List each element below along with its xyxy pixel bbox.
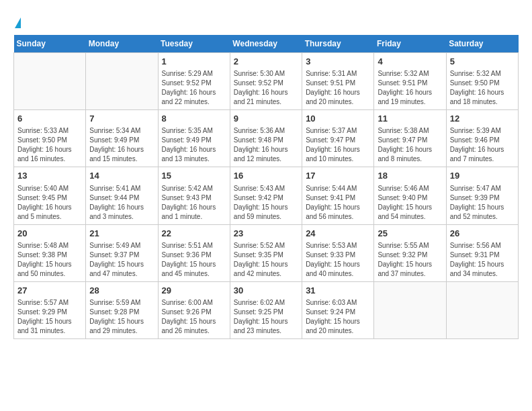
calendar-cell: 21Sunrise: 5:49 AM Sunset: 9:37 PM Dayli…	[86, 224, 158, 281]
calendar-cell	[446, 281, 518, 338]
day-number: 20	[17, 228, 82, 240]
calendar-cell	[374, 281, 446, 338]
calendar-cell: 23Sunrise: 5:52 AM Sunset: 9:35 PM Dayli…	[230, 224, 302, 281]
day-header-saturday: Saturday	[446, 35, 518, 53]
day-number: 26	[450, 228, 515, 240]
calendar-week-row: 27Sunrise: 5:57 AM Sunset: 9:29 PM Dayli…	[14, 281, 519, 338]
calendar-cell: 5Sunrise: 5:32 AM Sunset: 9:50 PM Daylig…	[446, 53, 518, 110]
day-info: Sunrise: 5:46 AM Sunset: 9:40 PM Dayligh…	[378, 184, 442, 222]
day-info: Sunrise: 5:59 AM Sunset: 9:28 PM Dayligh…	[89, 298, 154, 336]
day-info: Sunrise: 5:32 AM Sunset: 9:51 PM Dayligh…	[378, 69, 442, 107]
calendar-header-row: SundayMondayTuesdayWednesdayThursdayFrid…	[14, 35, 519, 53]
calendar-cell: 25Sunrise: 5:55 AM Sunset: 9:32 PM Dayli…	[374, 224, 446, 281]
calendar-cell: 7Sunrise: 5:34 AM Sunset: 9:49 PM Daylig…	[86, 110, 158, 167]
day-number: 17	[306, 170, 370, 182]
day-info: Sunrise: 5:53 AM Sunset: 9:33 PM Dayligh…	[306, 241, 370, 279]
day-info: Sunrise: 5:41 AM Sunset: 9:44 PM Dayligh…	[89, 184, 154, 222]
calendar-cell	[86, 53, 158, 110]
calendar-cell: 29Sunrise: 6:00 AM Sunset: 9:26 PM Dayli…	[158, 281, 230, 338]
day-info: Sunrise: 5:43 AM Sunset: 9:42 PM Dayligh…	[234, 184, 298, 222]
day-info: Sunrise: 5:52 AM Sunset: 9:35 PM Dayligh…	[234, 241, 298, 279]
day-number: 29	[162, 285, 226, 297]
day-number: 19	[450, 170, 515, 182]
day-header-friday: Friday	[374, 35, 446, 53]
day-info: Sunrise: 5:31 AM Sunset: 9:51 PM Dayligh…	[306, 69, 370, 107]
day-header-thursday: Thursday	[302, 35, 374, 53]
day-info: Sunrise: 5:56 AM Sunset: 9:31 PM Dayligh…	[450, 241, 515, 279]
day-number: 24	[306, 228, 370, 240]
day-number: 14	[89, 170, 154, 182]
logo	[13, 13, 21, 28]
day-number: 1	[162, 56, 226, 68]
day-info: Sunrise: 5:33 AM Sunset: 9:50 PM Dayligh…	[17, 126, 82, 164]
day-number: 12	[450, 113, 515, 125]
day-number: 13	[17, 170, 82, 182]
calendar-cell: 8Sunrise: 5:35 AM Sunset: 9:49 PM Daylig…	[158, 110, 230, 167]
day-info: Sunrise: 5:44 AM Sunset: 9:41 PM Dayligh…	[306, 184, 370, 222]
calendar-cell: 6Sunrise: 5:33 AM Sunset: 9:50 PM Daylig…	[14, 110, 86, 167]
day-info: Sunrise: 6:02 AM Sunset: 9:25 PM Dayligh…	[234, 298, 298, 336]
day-info: Sunrise: 5:35 AM Sunset: 9:49 PM Dayligh…	[162, 126, 226, 164]
day-info: Sunrise: 5:34 AM Sunset: 9:49 PM Dayligh…	[89, 126, 154, 164]
day-info: Sunrise: 5:40 AM Sunset: 9:45 PM Dayligh…	[17, 184, 82, 222]
calendar-cell: 19Sunrise: 5:47 AM Sunset: 9:39 PM Dayli…	[446, 167, 518, 224]
day-info: Sunrise: 5:42 AM Sunset: 9:43 PM Dayligh…	[162, 184, 226, 222]
day-info: Sunrise: 5:36 AM Sunset: 9:48 PM Dayligh…	[234, 126, 298, 164]
calendar-week-row: 13Sunrise: 5:40 AM Sunset: 9:45 PM Dayli…	[14, 167, 519, 224]
day-header-tuesday: Tuesday	[158, 35, 230, 53]
day-number: 15	[162, 170, 226, 182]
day-info: Sunrise: 5:57 AM Sunset: 9:29 PM Dayligh…	[17, 298, 82, 336]
calendar-week-row: 6Sunrise: 5:33 AM Sunset: 9:50 PM Daylig…	[14, 110, 519, 167]
day-number: 27	[17, 285, 82, 297]
day-header-sunday: Sunday	[14, 35, 86, 53]
day-info: Sunrise: 5:48 AM Sunset: 9:38 PM Dayligh…	[17, 241, 82, 279]
day-info: Sunrise: 6:00 AM Sunset: 9:26 PM Dayligh…	[162, 298, 226, 336]
day-number: 10	[306, 113, 370, 125]
calendar-cell: 11Sunrise: 5:38 AM Sunset: 9:47 PM Dayli…	[374, 110, 446, 167]
day-header-wednesday: Wednesday	[230, 35, 302, 53]
calendar-cell: 4Sunrise: 5:32 AM Sunset: 9:51 PM Daylig…	[374, 53, 446, 110]
day-number: 7	[89, 113, 154, 125]
day-number: 22	[162, 228, 226, 240]
calendar-cell: 10Sunrise: 5:37 AM Sunset: 9:47 PM Dayli…	[302, 110, 374, 167]
day-info: Sunrise: 5:51 AM Sunset: 9:36 PM Dayligh…	[162, 241, 226, 279]
day-number: 2	[234, 56, 298, 68]
day-number: 11	[378, 113, 442, 125]
day-header-monday: Monday	[86, 35, 158, 53]
day-number: 25	[378, 228, 442, 240]
day-info: Sunrise: 6:03 AM Sunset: 9:24 PM Dayligh…	[306, 298, 370, 336]
day-info: Sunrise: 5:32 AM Sunset: 9:50 PM Dayligh…	[450, 69, 515, 107]
calendar-cell: 2Sunrise: 5:30 AM Sunset: 9:52 PM Daylig…	[230, 53, 302, 110]
day-info: Sunrise: 5:37 AM Sunset: 9:47 PM Dayligh…	[306, 126, 370, 164]
calendar-cell: 16Sunrise: 5:43 AM Sunset: 9:42 PM Dayli…	[230, 167, 302, 224]
calendar-cell: 1Sunrise: 5:29 AM Sunset: 9:52 PM Daylig…	[158, 53, 230, 110]
day-info: Sunrise: 5:29 AM Sunset: 9:52 PM Dayligh…	[162, 69, 226, 107]
day-number: 31	[306, 285, 370, 297]
calendar-cell: 18Sunrise: 5:46 AM Sunset: 9:40 PM Dayli…	[374, 167, 446, 224]
day-number: 6	[17, 113, 82, 125]
calendar-cell: 24Sunrise: 5:53 AM Sunset: 9:33 PM Dayli…	[302, 224, 374, 281]
day-number: 8	[162, 113, 226, 125]
day-number: 18	[378, 170, 442, 182]
day-number: 30	[234, 285, 298, 297]
day-info: Sunrise: 5:30 AM Sunset: 9:52 PM Dayligh…	[234, 69, 298, 107]
calendar-cell: 14Sunrise: 5:41 AM Sunset: 9:44 PM Dayli…	[86, 167, 158, 224]
page-header	[13, 13, 519, 28]
calendar-cell: 31Sunrise: 6:03 AM Sunset: 9:24 PM Dayli…	[302, 281, 374, 338]
calendar-cell: 27Sunrise: 5:57 AM Sunset: 9:29 PM Dayli…	[14, 281, 86, 338]
day-info: Sunrise: 5:39 AM Sunset: 9:46 PM Dayligh…	[450, 126, 515, 164]
calendar-cell: 9Sunrise: 5:36 AM Sunset: 9:48 PM Daylig…	[230, 110, 302, 167]
calendar-cell: 20Sunrise: 5:48 AM Sunset: 9:38 PM Dayli…	[14, 224, 86, 281]
calendar-cell	[14, 53, 86, 110]
calendar-cell: 26Sunrise: 5:56 AM Sunset: 9:31 PM Dayli…	[446, 224, 518, 281]
day-number: 16	[234, 170, 298, 182]
day-number: 4	[378, 56, 442, 68]
day-number: 9	[234, 113, 298, 125]
day-info: Sunrise: 5:47 AM Sunset: 9:39 PM Dayligh…	[450, 184, 515, 222]
calendar-cell: 22Sunrise: 5:51 AM Sunset: 9:36 PM Dayli…	[158, 224, 230, 281]
calendar-cell: 30Sunrise: 6:02 AM Sunset: 9:25 PM Dayli…	[230, 281, 302, 338]
day-info: Sunrise: 5:38 AM Sunset: 9:47 PM Dayligh…	[378, 126, 442, 164]
calendar-cell: 3Sunrise: 5:31 AM Sunset: 9:51 PM Daylig…	[302, 53, 374, 110]
calendar-week-row: 20Sunrise: 5:48 AM Sunset: 9:38 PM Dayli…	[14, 224, 519, 281]
day-number: 28	[89, 285, 154, 297]
